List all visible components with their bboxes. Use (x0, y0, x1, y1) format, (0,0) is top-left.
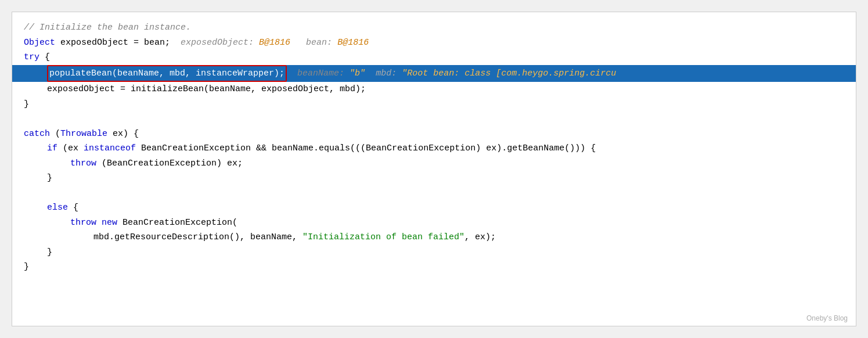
code-line-8: catch ( Throwable ex) { (12, 127, 856, 142)
debug-label-bean: bean: (290, 35, 332, 51)
code-text: ( (50, 127, 60, 142)
code-text (96, 215, 102, 231)
keyword-catch: catch (24, 127, 50, 142)
code-line-5: exposedObject = initializeBean(beanName,… (12, 82, 856, 97)
code-text: exposedObject = initializeBean(beanName,… (47, 82, 366, 97)
code-text: (BeanCreationException) ex; (96, 156, 243, 171)
code-line-16: } (12, 245, 856, 260)
highlighted-method-call: populateBean(beanName, mbd, instanceWrap… (47, 65, 287, 82)
code-line-1: // Initialize the bean instance. (12, 20, 856, 35)
keyword-throw2: throw (70, 215, 96, 231)
code-line-13: else { (12, 200, 856, 215)
keyword-throw: throw (70, 156, 96, 171)
keyword-else: else (47, 200, 68, 215)
code-viewer: // Initialize the bean instance. Object … (12, 12, 856, 326)
keyword-instanceof: instanceof (84, 141, 136, 156)
comment-text: // Initialize the bean instance. (24, 20, 191, 35)
code-text: mbd.getResourceDescription(), beanName, (93, 230, 302, 245)
code-text: exposedObject = bean; (55, 35, 181, 51)
code-text: } (24, 260, 29, 275)
debug-label-exposed: exposedObject: (181, 35, 254, 51)
debug-value-bean: B@1816 (332, 35, 369, 51)
blog-credit: Oneby's Blog (806, 314, 848, 322)
code-line-6: } (12, 97, 856, 112)
code-line-9: if (ex instanceof BeanCreationException … (12, 141, 856, 156)
keyword-if: if (47, 141, 57, 156)
debug-value-mbd: "Root bean: class [com.heygo.spring.circ… (397, 66, 616, 81)
keyword-try: try (24, 50, 39, 65)
code-line-17: } (12, 260, 856, 275)
code-text: } (47, 245, 52, 260)
code-text: BeanCreationException && beanName.equals… (136, 141, 596, 156)
code-text: } (47, 171, 52, 186)
keyword-object: Object (24, 35, 55, 51)
code-line-blank1 (12, 112, 856, 127)
debug-label-beanname: beanName: (287, 66, 344, 81)
debug-value-exposed: B@1816 (254, 35, 290, 51)
code-line-3: try { (12, 50, 856, 65)
code-text: { (39, 50, 50, 65)
code-line-14: throw new BeanCreationException( (12, 215, 856, 231)
debug-label-mbd: mbd: (365, 66, 397, 81)
code-text: BeanCreationException( (117, 215, 237, 231)
code-line-blank2 (12, 186, 856, 201)
code-line-15: mbd.getResourceDescription(), beanName, … (12, 230, 856, 245)
code-line-10: throw (BeanCreationException) ex; (12, 156, 856, 171)
code-line-11: } (12, 171, 856, 186)
string-init-failed: "Initialization of bean failed" (302, 230, 464, 245)
code-text: { (68, 200, 78, 215)
code-line-4: populateBean(beanName, mbd, instanceWrap… (12, 65, 856, 82)
debug-value-beanname: "b" (344, 66, 365, 81)
code-text: (ex (57, 141, 84, 156)
type-throwable: Throwable (60, 127, 107, 142)
code-text: , ex); (464, 230, 496, 245)
code-line-2: Object exposedObject = bean; exposedObje… (12, 35, 856, 51)
keyword-new: new (102, 215, 117, 231)
code-text: } (24, 97, 29, 112)
code-text: ex) { (107, 127, 139, 142)
